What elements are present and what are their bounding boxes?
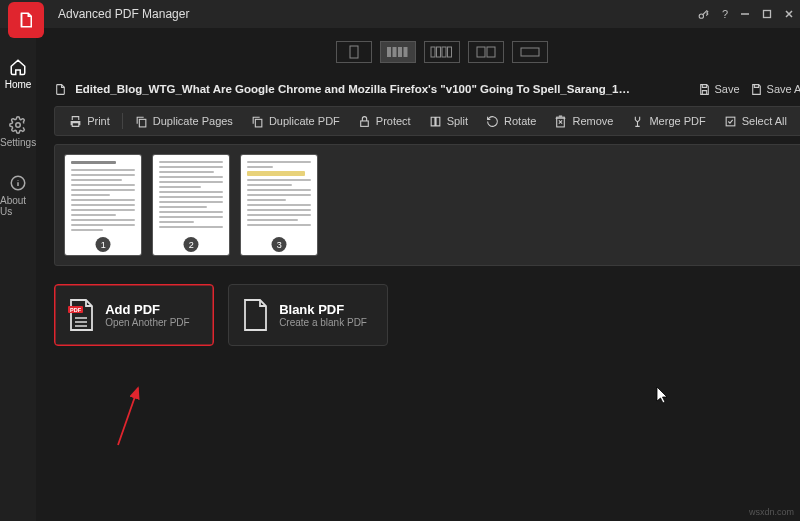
save-icon: [698, 83, 711, 96]
rotate-button[interactable]: Rotate: [478, 111, 544, 132]
action-cards: PDF Add PDF Open Another PDF Blank PDF C…: [54, 284, 800, 346]
svg-rect-12: [448, 47, 452, 57]
blank-pdf-card[interactable]: Blank PDF Create a blank PDF: [228, 284, 388, 346]
svg-rect-9: [431, 47, 435, 57]
print-button[interactable]: Print: [61, 111, 118, 132]
duplicate-pdf-icon: [251, 115, 264, 128]
card-subtitle: Open Another PDF: [105, 317, 190, 328]
toolbar: Print Duplicate Pages Duplicate PDF Prot…: [54, 106, 800, 136]
sidebar-item-label: Settings: [0, 137, 36, 148]
app-logo: [8, 2, 44, 38]
view-mode-wide[interactable]: [512, 41, 548, 63]
page-thumbnail[interactable]: 2: [153, 155, 229, 255]
help-button[interactable]: ?: [722, 8, 728, 20]
page-thumbnail[interactable]: 3: [241, 155, 317, 255]
sidebar-item-settings[interactable]: Settings: [0, 112, 36, 152]
page-number-badge: 3: [272, 237, 287, 252]
page-thumbnail[interactable]: 1: [65, 155, 141, 255]
duplicate-pages-button[interactable]: Duplicate Pages: [127, 111, 241, 132]
blank-pdf-icon: [241, 298, 269, 332]
svg-rect-10: [437, 47, 441, 57]
merge-icon: [631, 115, 644, 128]
titlebar: Advanced PDF Manager ?: [0, 0, 800, 28]
remove-button[interactable]: Remove: [546, 111, 621, 132]
svg-rect-1: [764, 11, 771, 18]
info-icon: [9, 174, 27, 192]
sidebar-item-label: About Us: [0, 195, 36, 217]
svg-rect-18: [255, 119, 262, 127]
svg-rect-5: [387, 47, 391, 57]
svg-rect-6: [393, 47, 397, 57]
home-icon: [9, 58, 27, 76]
remove-icon: [554, 115, 567, 128]
duplicate-pages-icon: [135, 115, 148, 128]
split-button[interactable]: Split: [421, 111, 476, 132]
minimize-button[interactable]: [740, 9, 750, 19]
mouse-cursor: [656, 386, 670, 404]
lock-icon: [358, 115, 371, 128]
save-button[interactable]: Save: [698, 83, 740, 96]
add-pdf-card[interactable]: PDF Add PDF Open Another PDF: [54, 284, 214, 346]
card-title: Blank PDF: [279, 302, 367, 317]
merge-button[interactable]: Merge PDF: [623, 111, 713, 132]
select-all-icon: [724, 115, 737, 128]
view-mode-bar: [36, 28, 800, 76]
sidebar-item-label: Home: [5, 79, 32, 90]
rotate-icon: [486, 115, 499, 128]
file-name: Edited_Blog_WTG_What Are Google Chrome a…: [75, 83, 635, 95]
sidebar-item-home[interactable]: Home: [0, 54, 36, 94]
view-mode-single[interactable]: [336, 41, 372, 63]
gear-icon: [9, 116, 27, 134]
svg-rect-19: [361, 120, 369, 125]
svg-rect-13: [477, 47, 485, 57]
svg-rect-8: [404, 47, 408, 57]
save-as-button[interactable]: Save As: [750, 83, 800, 96]
svg-rect-11: [442, 47, 446, 57]
watermark: wsxdn.com: [749, 507, 794, 517]
sidebar: Home Settings About Us: [0, 28, 36, 521]
card-title: Add PDF: [105, 302, 190, 317]
page-number-badge: 2: [184, 237, 199, 252]
view-mode-outline-four[interactable]: [424, 41, 460, 63]
duplicate-pdf-button[interactable]: Duplicate PDF: [243, 111, 348, 132]
file-row: Edited_Blog_WTG_What Are Google Chrome a…: [36, 76, 800, 102]
sidebar-item-about[interactable]: About Us: [0, 170, 36, 221]
svg-rect-15: [521, 48, 539, 56]
view-mode-four[interactable]: [380, 41, 416, 63]
view-mode-two[interactable]: [468, 41, 504, 63]
card-subtitle: Create a blank PDF: [279, 317, 367, 328]
svg-rect-17: [139, 119, 146, 127]
key-icon[interactable]: [697, 8, 710, 21]
svg-rect-4: [350, 46, 358, 58]
print-icon: [69, 115, 82, 128]
close-button[interactable]: [784, 9, 794, 19]
svg-rect-14: [487, 47, 495, 57]
page-number-badge: 1: [96, 237, 111, 252]
svg-point-0: [699, 13, 703, 17]
maximize-button[interactable]: [762, 9, 772, 19]
window-controls: ?: [697, 8, 794, 21]
app-title: Advanced PDF Manager: [58, 7, 189, 21]
select-all-button[interactable]: Select All: [716, 111, 795, 132]
split-icon: [429, 115, 442, 128]
file-icon: [54, 83, 67, 96]
svg-rect-7: [398, 47, 402, 57]
add-pdf-icon: PDF: [67, 298, 95, 332]
save-as-icon: [750, 83, 763, 96]
svg-rect-21: [726, 117, 735, 126]
svg-point-2: [16, 123, 21, 128]
protect-button[interactable]: Protect: [350, 111, 419, 132]
svg-text:PDF: PDF: [70, 307, 82, 313]
page-thumbnails: 1 2 3: [54, 144, 800, 266]
